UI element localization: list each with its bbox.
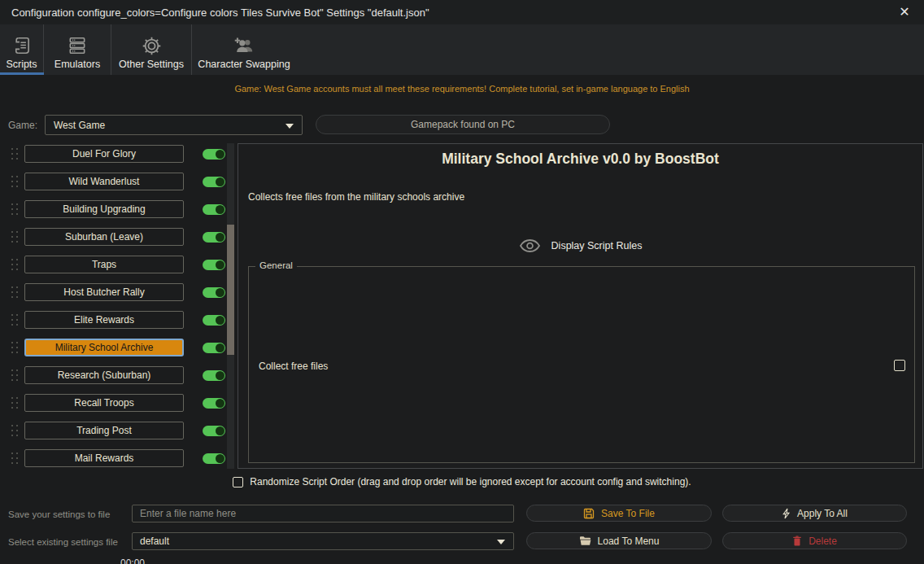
drag-handle-icon[interactable] bbox=[10, 174, 20, 189]
drag-handle-icon[interactable] bbox=[10, 202, 20, 216]
script-row: Host Butcher Rally bbox=[0, 278, 227, 306]
tab-other-settings-label: Other Settings bbox=[119, 59, 184, 70]
randomize-row: Randomize Script Order (drag and drop or… bbox=[0, 474, 924, 490]
script-button[interactable]: Research (Suburban) bbox=[24, 366, 184, 384]
display-script-rules-label: Display Script Rules bbox=[551, 240, 643, 251]
tab-character-swapping-label: Character Swapping bbox=[198, 59, 290, 70]
close-icon[interactable]: ✕ bbox=[895, 3, 914, 21]
trash-icon bbox=[792, 536, 802, 546]
settings-file-select[interactable]: default bbox=[132, 532, 514, 550]
script-enabled-toggle[interactable] bbox=[203, 426, 225, 436]
toggle-knob bbox=[216, 233, 224, 242]
save-to-file-button[interactable]: Save To File bbox=[526, 505, 712, 522]
script-enabled-toggle[interactable] bbox=[203, 343, 225, 353]
script-list: Duel For GloryWild WanderlustBuilding Up… bbox=[0, 140, 227, 470]
file-name-input[interactable] bbox=[132, 505, 514, 522]
display-script-rules[interactable]: Display Script Rules bbox=[238, 237, 922, 255]
drag-handle-icon[interactable] bbox=[10, 368, 20, 383]
drag-handle-icon[interactable] bbox=[10, 451, 20, 466]
toggle-knob bbox=[216, 454, 224, 463]
toggle-knob bbox=[216, 426, 224, 435]
script-enabled-toggle[interactable] bbox=[203, 232, 225, 243]
toggle-knob bbox=[216, 177, 224, 186]
game-select[interactable]: West Game bbox=[45, 115, 303, 135]
script-button[interactable]: Duel For Glory bbox=[24, 145, 184, 163]
script-enabled-toggle[interactable] bbox=[203, 453, 225, 464]
drag-handle-icon[interactable] bbox=[10, 230, 20, 244]
apply-to-all-button[interactable]: Apply To All bbox=[722, 505, 907, 522]
script-row: Suburban (Leave) bbox=[0, 223, 227, 251]
game-label: Game: bbox=[8, 120, 37, 131]
script-row: Military School Archive bbox=[0, 334, 227, 361]
collect-free-files-label: Collect free files bbox=[259, 361, 328, 372]
script-button[interactable]: Military School Archive bbox=[24, 339, 184, 356]
tab-character-swapping[interactable]: Character Swapping bbox=[192, 24, 296, 75]
script-title: Military School Archive v0.0 by BoostBot bbox=[238, 151, 922, 168]
select-settings-label: Select existing settings file bbox=[8, 537, 118, 547]
drag-handle-icon[interactable] bbox=[10, 313, 20, 327]
tab-emulators[interactable]: Emulators bbox=[44, 24, 111, 75]
add-user-icon bbox=[232, 33, 256, 59]
requirements-warning: Game: West Game accounts must all meet t… bbox=[0, 84, 924, 94]
script-row: Duel For Glory bbox=[0, 140, 227, 168]
drag-handle-icon[interactable] bbox=[10, 146, 20, 161]
script-enabled-toggle[interactable] bbox=[203, 370, 225, 381]
tab-emulators-label: Emulators bbox=[54, 59, 100, 70]
toggle-knob bbox=[216, 343, 224, 352]
drag-handle-icon[interactable] bbox=[10, 285, 20, 299]
server-stack-icon bbox=[67, 33, 88, 59]
script-rows: Duel For GloryWild WanderlustBuilding Up… bbox=[0, 140, 227, 472]
active-tab-underline bbox=[0, 72, 44, 75]
load-to-menu-button[interactable]: Load To Menu bbox=[526, 532, 712, 549]
script-description: Collects free files from the military sc… bbox=[248, 191, 464, 203]
script-button[interactable]: Elite Rewards bbox=[24, 311, 184, 329]
randomize-label: Randomize Script Order (drag and drop or… bbox=[250, 476, 691, 487]
drag-handle-icon[interactable] bbox=[10, 340, 20, 355]
script-button[interactable]: Trading Post bbox=[24, 422, 184, 439]
load-to-menu-label: Load To Menu bbox=[598, 536, 660, 547]
script-row: Traps bbox=[0, 251, 227, 278]
gamepack-status-label: Gamepack found on PC bbox=[411, 119, 515, 130]
script-row: Recall Troops bbox=[0, 389, 227, 417]
script-row: Wild Wanderlust bbox=[0, 168, 227, 195]
script-enabled-toggle[interactable] bbox=[203, 177, 225, 187]
script-row: Trading Post bbox=[0, 417, 227, 444]
drag-handle-icon[interactable] bbox=[10, 257, 20, 272]
tab-scripts-label: Scripts bbox=[6, 59, 37, 70]
drag-handle-icon[interactable] bbox=[10, 423, 20, 438]
title-bar: Configuration configure_colors=Configure… bbox=[0, 0, 924, 24]
tab-other-settings[interactable]: Other Settings bbox=[111, 24, 192, 75]
script-enabled-toggle[interactable] bbox=[203, 260, 225, 270]
save-to-file-label: Save To File bbox=[601, 508, 655, 519]
script-button[interactable]: Mail Rewards bbox=[24, 449, 184, 467]
toggle-knob bbox=[216, 260, 224, 269]
script-enabled-toggle[interactable] bbox=[203, 204, 225, 215]
window-title: Configuration configure_colors=Configure… bbox=[11, 7, 429, 19]
collect-free-files-checkbox[interactable] bbox=[894, 360, 905, 371]
groupbox-title: General bbox=[255, 260, 297, 270]
script-button[interactable]: Traps bbox=[24, 256, 184, 273]
chevron-down-icon bbox=[285, 124, 294, 129]
script-button[interactable]: Recall Troops bbox=[24, 394, 184, 412]
chevron-down-icon bbox=[497, 540, 505, 544]
script-button[interactable]: Building Upgrading bbox=[24, 200, 184, 218]
script-enabled-toggle[interactable] bbox=[203, 149, 225, 160]
script-enabled-toggle[interactable] bbox=[203, 315, 225, 326]
settings-file-value: default bbox=[140, 536, 169, 547]
scrollbar-thumb[interactable] bbox=[227, 225, 234, 355]
tab-bar: Scripts Emulators Ot bbox=[0, 24, 924, 75]
script-enabled-toggle[interactable] bbox=[203, 287, 225, 298]
drag-handle-icon[interactable] bbox=[10, 396, 20, 410]
delete-button[interactable]: Delete bbox=[722, 532, 907, 549]
randomize-checkbox[interactable] bbox=[233, 477, 243, 487]
script-list-scrollbar[interactable] bbox=[227, 143, 234, 469]
script-button[interactable]: Host Butcher Rally bbox=[24, 283, 184, 301]
script-enabled-toggle[interactable] bbox=[203, 398, 225, 409]
tab-scripts[interactable]: Scripts bbox=[0, 24, 44, 75]
toggle-knob bbox=[216, 288, 224, 297]
script-button[interactable]: Wild Wanderlust bbox=[24, 173, 184, 190]
general-groupbox: General Collect free files bbox=[248, 266, 915, 463]
script-button[interactable]: Suburban (Leave) bbox=[24, 228, 184, 246]
scroll-icon bbox=[11, 33, 33, 59]
script-row: Research (Suburban) bbox=[0, 361, 227, 389]
